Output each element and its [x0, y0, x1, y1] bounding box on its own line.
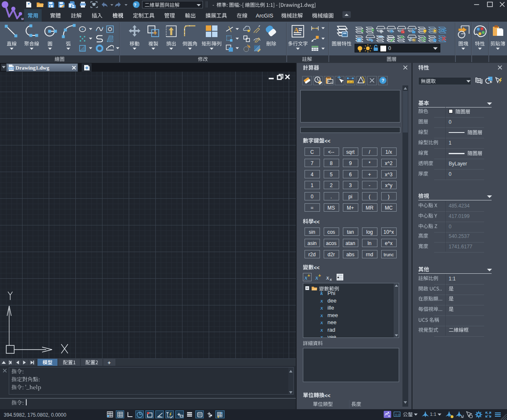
svg-text:DWG: DWG: [8, 67, 14, 70]
svg-text:x: x: [326, 275, 329, 281]
svg-text:x: x: [304, 275, 307, 281]
svg-text:x: x: [315, 275, 318, 281]
svg-text:×: ×: [330, 278, 332, 282]
svg-text:?: ?: [382, 78, 385, 83]
svg-text:+: +: [318, 273, 321, 278]
svg-text:0.0: 0.0: [395, 413, 400, 417]
svg-text:+: +: [307, 273, 310, 278]
